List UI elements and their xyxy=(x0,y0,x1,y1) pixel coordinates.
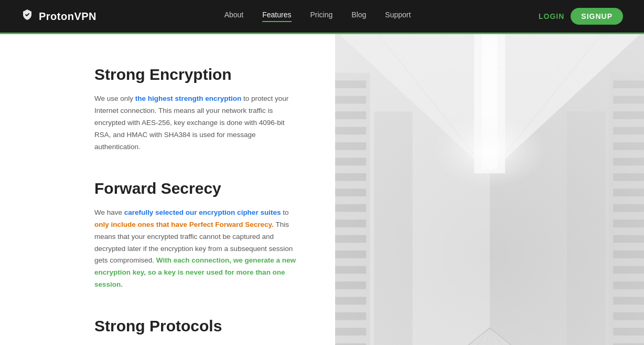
text-section: Strong Encryption We use only the highes… xyxy=(0,34,335,345)
proton-logo-icon xyxy=(21,8,34,24)
main-content: Strong Encryption We use only the highes… xyxy=(0,34,644,345)
nav-support[interactable]: Support xyxy=(385,11,411,22)
strong-encryption-title: Strong Encryption xyxy=(94,66,309,83)
strong-encryption-text: We use only the highest strength encrypt… xyxy=(94,93,299,153)
strong-protocols-title: Strong Protocols xyxy=(94,317,309,335)
nav-features[interactable]: Features xyxy=(262,11,291,22)
forward-secrecy-title: Forward Secrecy xyxy=(94,180,309,197)
strong-protocols-block: Strong Protocols We use only VPN protoco… xyxy=(94,317,309,345)
signup-button[interactable]: SIGNUP xyxy=(571,8,623,25)
svg-rect-65 xyxy=(335,34,644,345)
forward-secrecy-block: Forward Secrecy We have carefully select… xyxy=(94,180,309,291)
logo-text: ProtonVPN xyxy=(39,11,96,23)
login-button[interactable]: LOGIN xyxy=(539,12,564,20)
nav-blog[interactable]: Blog xyxy=(351,11,366,22)
logo-area: ProtonVPN xyxy=(21,8,96,24)
strong-encryption-block: Strong Encryption We use only the highes… xyxy=(94,66,309,153)
forward-secrecy-text: We have carefully selected our encryptio… xyxy=(94,207,299,291)
navbar: ProtonVPN About Features Pricing Blog Su… xyxy=(0,0,644,33)
nav-about[interactable]: About xyxy=(224,11,244,22)
server-corridor-image xyxy=(335,34,644,345)
nav-links: About Features Pricing Blog Support xyxy=(224,11,411,22)
nav-pricing[interactable]: Pricing xyxy=(310,11,333,22)
auth-buttons: LOGIN SIGNUP xyxy=(539,8,623,25)
